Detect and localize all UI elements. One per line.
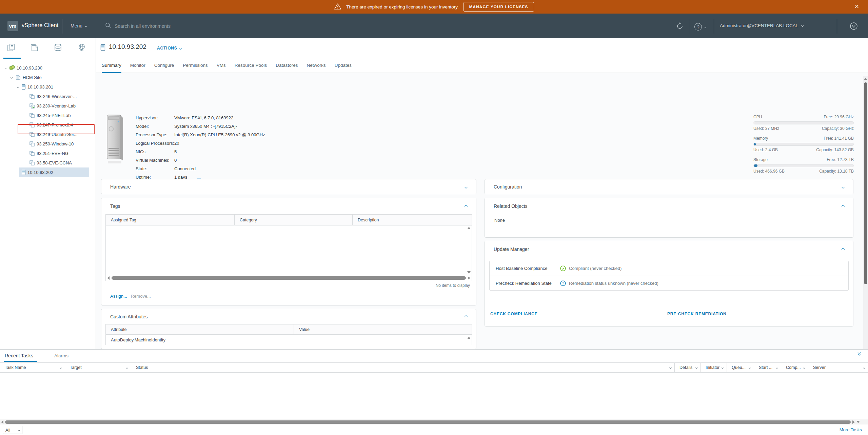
column-header-value[interactable]: Value bbox=[294, 324, 472, 334]
tab-summary[interactable]: Summary bbox=[102, 61, 121, 73]
object-header: 10.10.93.202 ACTIONS Summary Monitor Con… bbox=[96, 38, 868, 73]
status-row-label: Precheck Remediation State bbox=[496, 281, 560, 286]
expand-panel-icon[interactable] bbox=[465, 185, 468, 189]
actions-button[interactable]: ACTIONS bbox=[157, 46, 181, 51]
tab-permissions[interactable]: Permissions bbox=[183, 61, 208, 73]
column-header-category[interactable]: Category bbox=[235, 215, 353, 225]
remove-tag-link[interactable]: Remove... bbox=[131, 294, 151, 299]
tree-item-vcenter[interactable]: 10.10.93.230 bbox=[0, 63, 96, 73]
column-label: Queu... bbox=[732, 365, 746, 370]
scroll-down-icon[interactable] bbox=[467, 271, 471, 274]
filter-chevron-icon[interactable] bbox=[749, 366, 751, 369]
column-label: Server bbox=[813, 365, 826, 370]
expander-icon[interactable] bbox=[11, 76, 13, 78]
tree-item-vm[interactable]: 93.245-PNETLab bbox=[0, 111, 96, 120]
column-header-details[interactable]: Details bbox=[675, 363, 701, 372]
column-header-start-time[interactable]: Start ... bbox=[754, 363, 781, 372]
scroll-right-icon[interactable] bbox=[468, 276, 470, 280]
column-header-assigned-tag[interactable]: Assigned Tag bbox=[106, 215, 235, 225]
column-header-initiator[interactable]: Initiator bbox=[701, 363, 727, 372]
storage-icon[interactable] bbox=[54, 43, 62, 53]
tree-item-vm[interactable]: 93.250-Window-10 bbox=[0, 139, 96, 149]
scrollbar-thumb[interactable] bbox=[864, 82, 867, 284]
tree-item-vm[interactable]: 93-246-Winserver-... bbox=[0, 92, 96, 101]
filter-chevron-icon[interactable] bbox=[695, 366, 698, 369]
tab-configure[interactable]: Configure bbox=[154, 61, 174, 73]
more-tasks-link[interactable]: More Tasks bbox=[840, 427, 862, 432]
scroll-down-icon[interactable] bbox=[856, 421, 860, 423]
collapse-tasks-panel-icon[interactable] bbox=[858, 352, 861, 355]
vms-and-templates-icon[interactable] bbox=[31, 43, 39, 53]
scroll-up-icon[interactable] bbox=[467, 227, 471, 229]
banner-close-icon[interactable]: ✕ bbox=[854, 3, 859, 10]
filter-chevron-icon[interactable] bbox=[863, 366, 865, 369]
expand-panel-icon[interactable] bbox=[842, 185, 845, 189]
task-filter-select[interactable]: All bbox=[3, 426, 22, 434]
check-compliance-link[interactable]: CHECK COMPLIANCE bbox=[490, 312, 537, 316]
assign-tag-link[interactable]: Assign... bbox=[110, 294, 127, 299]
tree-item-vm[interactable]: 93.249-Ubuntu-Ser... bbox=[0, 130, 96, 139]
column-header-attribute[interactable]: Attribute bbox=[106, 324, 294, 334]
refresh-icon[interactable] bbox=[676, 22, 684, 31]
column-header-completion-time[interactable]: Comp... bbox=[781, 363, 808, 372]
tree-item-host-201[interactable]: 10.10.93.201 bbox=[0, 82, 96, 92]
collapse-panel-icon[interactable] bbox=[842, 248, 845, 251]
expander-icon[interactable] bbox=[17, 85, 19, 88]
help-menu[interactable]: ? bbox=[694, 23, 706, 31]
scroll-right-icon[interactable] bbox=[852, 420, 855, 424]
filter-chevron-icon[interactable] bbox=[126, 366, 128, 369]
filter-chevron-icon[interactable] bbox=[803, 366, 805, 369]
expander-icon[interactable] bbox=[4, 66, 7, 69]
chevron-down-icon bbox=[179, 47, 182, 49]
global-search-input[interactable]: Search in all environments bbox=[105, 22, 171, 29]
scroll-up-icon[interactable] bbox=[467, 337, 471, 339]
collapse-panel-icon[interactable] bbox=[465, 315, 468, 318]
filter-chevron-icon[interactable] bbox=[60, 366, 62, 369]
column-header-queued[interactable]: Queu... bbox=[727, 363, 754, 372]
filter-chevron-icon[interactable] bbox=[776, 366, 778, 369]
tree-item-host-202-selected[interactable]: 10.10.93.202 bbox=[19, 167, 89, 177]
collapse-panel-icon[interactable] bbox=[465, 204, 468, 208]
manage-licenses-button[interactable]: MANAGE YOUR LICENSES bbox=[463, 2, 534, 12]
tab-resource-pools[interactable]: Resource Pools bbox=[235, 61, 267, 73]
warning-icon bbox=[334, 3, 341, 11]
column-header-target[interactable]: Target bbox=[65, 363, 131, 372]
tree-item-vm[interactable]: 93.247-Promox8.4 bbox=[0, 120, 96, 130]
tab-updates[interactable]: Updates bbox=[335, 61, 352, 73]
panel-title: Update Manager bbox=[494, 246, 529, 252]
user-menu[interactable]: Administrator@VCENTERLAB.LOCAL bbox=[720, 23, 803, 28]
menu-button[interactable]: Menu bbox=[71, 23, 87, 28]
networking-icon[interactable] bbox=[77, 43, 86, 53]
tab-monitor[interactable]: Monitor bbox=[130, 61, 145, 73]
main-vertical-scrollbar[interactable] bbox=[863, 76, 868, 349]
scroll-up-icon[interactable] bbox=[864, 78, 867, 80]
tab-networks[interactable]: Networks bbox=[307, 61, 326, 73]
pre-check-remediation-link[interactable]: PRE-CHECK REMEDIATION bbox=[667, 312, 727, 316]
column-header-status[interactable]: Status bbox=[131, 363, 675, 372]
filter-chevron-icon[interactable] bbox=[669, 366, 672, 369]
tab-recent-tasks[interactable]: Recent Tasks bbox=[5, 353, 33, 358]
feedback-smiley-icon[interactable] bbox=[850, 22, 858, 31]
tree-item-datacenter[interactable]: HCM Site bbox=[0, 73, 96, 82]
table-row[interactable]: AutoDeploy.MachineIdentity bbox=[106, 335, 472, 345]
column-header-description[interactable]: Description bbox=[353, 215, 472, 225]
tree-item-vm-vcenter-lab[interactable]: 93.230-Vcenter-Lab bbox=[0, 101, 96, 111]
tree-item-vm[interactable]: 93.58-EVE-CCNA bbox=[0, 158, 96, 167]
tab-vms[interactable]: VMs bbox=[217, 61, 226, 73]
table-row: Precheck Remediation State ? Remediation… bbox=[490, 276, 848, 290]
collapse-panel-icon[interactable] bbox=[842, 204, 845, 208]
panel-title: Custom Attributes bbox=[110, 314, 148, 319]
column-header-task-name[interactable]: Task Name bbox=[0, 363, 65, 372]
tree-item-vm[interactable]: 93.251-EVE-NG bbox=[0, 149, 96, 158]
tab-datastores[interactable]: Datastores bbox=[276, 61, 298, 73]
tasks-horizontal-scrollbar[interactable] bbox=[0, 419, 868, 424]
scrollbar-thumb[interactable] bbox=[5, 420, 851, 424]
scrollbar-thumb[interactable] bbox=[112, 276, 466, 280]
tags-horizontal-scrollbar[interactable] bbox=[106, 275, 472, 281]
scroll-left-icon[interactable] bbox=[1, 420, 3, 424]
hosts-and-clusters-icon[interactable] bbox=[7, 43, 16, 53]
scroll-left-icon[interactable] bbox=[107, 276, 110, 280]
column-header-server[interactable]: Server bbox=[808, 363, 868, 372]
filter-chevron-icon[interactable] bbox=[722, 366, 724, 369]
tab-alarms[interactable]: Alarms bbox=[54, 353, 68, 358]
